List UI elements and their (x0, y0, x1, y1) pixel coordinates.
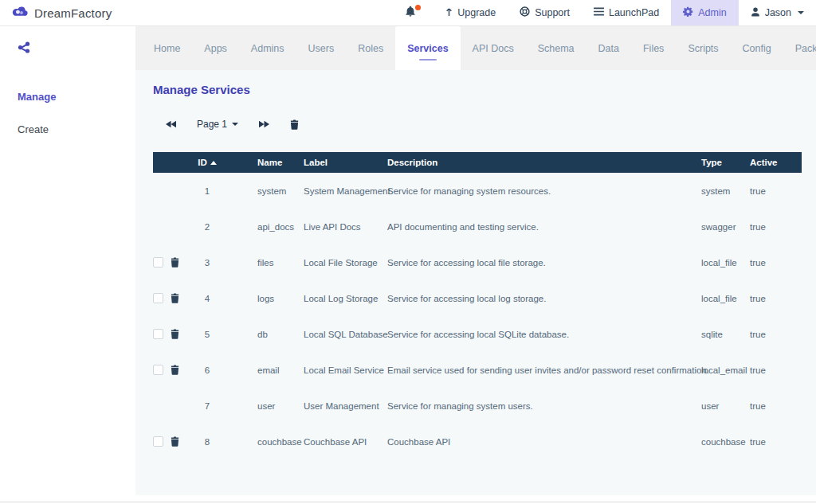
notifications-button[interactable] (397, 0, 434, 25)
tab-users[interactable]: Users (296, 26, 347, 70)
tab-files[interactable]: Files (631, 26, 676, 70)
row-delete-button[interactable] (171, 329, 179, 339)
row-checkbox[interactable] (153, 365, 163, 375)
tab-data[interactable]: Data (586, 26, 631, 70)
row-checkbox[interactable] (153, 436, 163, 447)
nav-item-user-menu[interactable]: Jason (739, 0, 816, 25)
column-header-label[interactable]: Label (304, 158, 387, 167)
cell-name: db (257, 330, 304, 339)
nav-item-launchpad[interactable]: LaunchPad (582, 0, 671, 25)
life-ring-icon (520, 6, 530, 19)
tab-services[interactable]: Services (395, 26, 460, 70)
bell-icon (405, 6, 416, 20)
cell-id: 3 (191, 258, 223, 268)
tab-scripts[interactable]: Scripts (676, 26, 730, 70)
fast-forward-icon (259, 120, 269, 128)
tab-apps[interactable]: Apps (192, 26, 239, 70)
tab-label: Files (643, 43, 664, 54)
services-cluster-icon (0, 41, 135, 57)
table-body: 1 system System Management Service for m… (153, 173, 802, 459)
nav-item-label: Upgrade (457, 7, 496, 18)
sidebar-item-manage[interactable]: Manage (0, 84, 135, 110)
tab-bar: HomeAppsAdminsUsersRolesServicesAPI Docs… (135, 26, 816, 70)
brand-name: DreamFactory (34, 6, 112, 20)
trash-icon (171, 293, 179, 303)
list-bars-icon (594, 7, 604, 18)
table-header-row: ID Name Label Description Type Active (153, 152, 802, 173)
tab-label: Admins (251, 43, 284, 54)
nav-item-upgrade[interactable]: Upgrade (434, 0, 508, 25)
row-checkbox[interactable] (153, 293, 163, 303)
cell-id: 6 (191, 365, 223, 375)
cell-label: Live API Docs (304, 222, 387, 232)
tab-config[interactable]: Config (731, 26, 783, 70)
table-row[interactable]: 4 logs Local Log Storage Service for acc… (153, 280, 802, 316)
trash-icon (171, 329, 179, 339)
sidebar-item-create[interactable]: Create (0, 116, 135, 143)
trash-icon (171, 365, 179, 375)
sort-asc-icon (210, 161, 217, 165)
tab-schema[interactable]: Schema (526, 26, 586, 70)
row-delete-button[interactable] (171, 365, 179, 375)
cell-active: true (750, 365, 802, 375)
tab-packages[interactable]: Packages (783, 26, 816, 70)
gear-icon (683, 6, 693, 19)
tab-label: Users (308, 43, 335, 54)
table-row[interactable]: 6 email Local Email Service Email servic… (153, 352, 802, 388)
page-bottom-divider (0, 502, 816, 502)
column-header-description[interactable]: Description (387, 158, 701, 167)
content-panel: Manage Services Page 1 (135, 70, 816, 495)
cell-type: local_file (701, 258, 750, 268)
cell-active: true (750, 186, 802, 196)
tab-label: Packages (795, 43, 816, 54)
table-row[interactable]: 5 db Local SQL Database Service for acce… (153, 316, 802, 352)
page-select-dropdown[interactable]: Page 1 (197, 119, 238, 130)
table-row[interactable]: 8 couchbase Couchbase API Couchbase API … (153, 424, 802, 459)
cell-active: true (750, 401, 802, 411)
row-delete-button[interactable] (171, 257, 179, 268)
cell-type: local_email (701, 365, 750, 375)
table-row[interactable]: 2 api_docs Live API Docs API documenting… (153, 209, 802, 244)
tab-label: Scripts (688, 43, 718, 54)
table-row[interactable]: 1 system System Management Service for m… (153, 173, 802, 209)
cell-label: System Management (304, 186, 387, 196)
row-delete-button[interactable] (171, 293, 179, 303)
notification-badge (415, 5, 421, 10)
cell-name: email (257, 365, 304, 375)
next-page-button[interactable] (259, 120, 269, 128)
tab-api-docs[interactable]: API Docs (461, 26, 526, 70)
cell-description: Service for accessing local log storage. (387, 294, 701, 303)
dreamfactory-logo-icon (11, 4, 29, 21)
column-header-active[interactable]: Active (750, 158, 802, 167)
brand-logo[interactable]: DreamFactory (11, 0, 112, 25)
user-icon (751, 7, 760, 19)
tab-label: Data (598, 43, 619, 54)
tab-label: Apps (204, 43, 227, 54)
row-checkbox[interactable] (153, 329, 163, 339)
cell-id: 1 (191, 186, 223, 196)
column-header-id[interactable]: ID (191, 158, 223, 167)
column-header-name[interactable]: Name (257, 158, 304, 167)
tab-label: API Docs (473, 43, 514, 54)
tab-roles[interactable]: Roles (346, 26, 395, 70)
delete-selected-button[interactable] (290, 119, 299, 130)
row-checkbox[interactable] (153, 257, 163, 268)
cell-id: 5 (191, 330, 223, 339)
table-row[interactable]: 3 files Local File Storage Service for a… (153, 244, 802, 280)
cell-description: Email service used for sending user invi… (387, 365, 701, 375)
cell-active: true (750, 437, 802, 447)
nav-item-support[interactable]: Support (508, 0, 582, 25)
nav-item-label: LaunchPad (609, 7, 659, 18)
cell-description: Couchbase API (387, 437, 701, 447)
row-delete-button[interactable] (171, 436, 179, 447)
nav-item-label: Support (535, 7, 570, 18)
table-row[interactable]: 7 user User Management Service for manag… (153, 388, 802, 424)
column-header-type[interactable]: Type (701, 158, 750, 167)
tab-home[interactable]: Home (142, 26, 192, 70)
nav-item-admin[interactable]: Admin (671, 0, 738, 25)
fast-backward-icon (166, 120, 176, 128)
cell-type: couchbase (701, 437, 750, 447)
previous-page-button[interactable] (166, 120, 176, 128)
cell-description: Service for accessing local file storage… (387, 258, 701, 268)
tab-admins[interactable]: Admins (239, 26, 296, 70)
